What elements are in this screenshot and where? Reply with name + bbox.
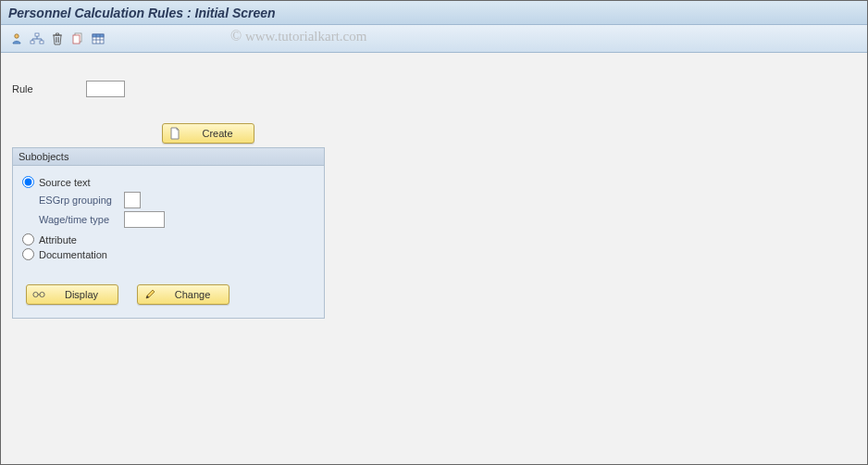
change-button-label: Change bbox=[162, 289, 223, 300]
display-button[interactable]: Display bbox=[26, 284, 118, 305]
radio-attribute[interactable]: Attribute bbox=[22, 233, 315, 245]
display-button-label: Display bbox=[51, 289, 112, 300]
person-icon[interactable] bbox=[8, 31, 25, 47]
create-row: Create bbox=[162, 123, 856, 144]
rule-input[interactable] bbox=[86, 81, 125, 97]
rule-field-row: Rule bbox=[12, 81, 856, 97]
wagetime-row: Wage/time type bbox=[22, 211, 315, 228]
esgrp-input[interactable] bbox=[124, 192, 141, 208]
copy-icon[interactable] bbox=[69, 31, 86, 47]
delete-icon[interactable] bbox=[49, 31, 66, 47]
svg-point-0 bbox=[15, 33, 19, 37]
source-text-subfields: ESGrp grouping Wage/time type bbox=[22, 192, 315, 228]
wagetime-input[interactable] bbox=[124, 211, 165, 228]
radio-attribute-label: Attribute bbox=[39, 234, 77, 245]
subobjects-groupbox: Subobjects Source text ESGrp grouping Wa… bbox=[12, 147, 325, 319]
radio-source-text-input[interactable] bbox=[22, 176, 34, 188]
radio-documentation[interactable]: Documentation bbox=[22, 248, 315, 260]
svg-rect-5 bbox=[73, 35, 80, 44]
radio-source-text-label: Source text bbox=[39, 177, 91, 188]
rule-label: Rule bbox=[12, 83, 86, 94]
esgrp-label: ESGrp grouping bbox=[22, 195, 124, 206]
radio-documentation-label: Documentation bbox=[39, 249, 107, 260]
pencil-icon bbox=[143, 289, 156, 300]
content-area: Rule Create Subobjects Source text ESGrp… bbox=[1, 53, 867, 464]
page-title: Personnel Calculation Rules : Initial Sc… bbox=[8, 6, 276, 20]
title-bar: Personnel Calculation Rules : Initial Sc… bbox=[1, 1, 867, 25]
svg-rect-7 bbox=[93, 34, 104, 37]
esgrp-row: ESGrp grouping bbox=[22, 192, 315, 208]
change-button[interactable]: Change bbox=[137, 284, 229, 305]
radio-source-text[interactable]: Source text bbox=[22, 176, 315, 188]
svg-rect-1 bbox=[35, 33, 39, 36]
create-button-label: Create bbox=[187, 128, 248, 139]
svg-point-9 bbox=[40, 292, 44, 296]
radio-documentation-input[interactable] bbox=[22, 248, 34, 260]
glasses-icon bbox=[32, 290, 45, 299]
svg-point-8 bbox=[33, 292, 38, 296]
wagetime-label: Wage/time type bbox=[22, 214, 124, 225]
svg-rect-2 bbox=[31, 41, 34, 44]
svg-rect-3 bbox=[40, 41, 43, 44]
radio-attribute-input[interactable] bbox=[22, 233, 34, 245]
groupbox-title: Subobjects bbox=[13, 148, 324, 166]
table-icon[interactable] bbox=[90, 31, 106, 47]
button-row: Display Change bbox=[22, 284, 315, 305]
toolbar bbox=[1, 25, 867, 53]
document-icon bbox=[168, 127, 181, 140]
hierarchy-icon[interactable] bbox=[29, 31, 45, 47]
create-button[interactable]: Create bbox=[162, 123, 254, 144]
groupbox-body: Source text ESGrp grouping Wage/time typ… bbox=[13, 166, 324, 318]
